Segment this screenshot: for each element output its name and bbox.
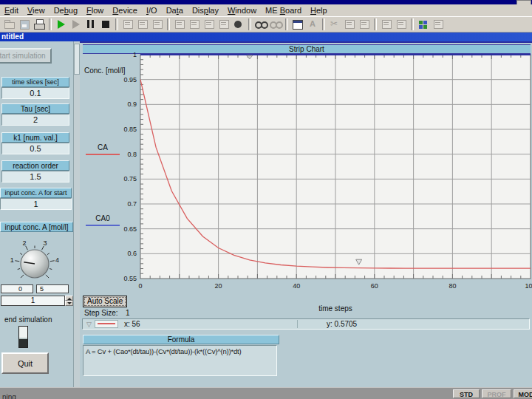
options-icon[interactable]	[432, 18, 445, 30]
cursor-x-readout: x: 56	[124, 320, 140, 328]
cursor-bar-divider	[297, 320, 298, 328]
menu-help[interactable]: Help	[306, 4, 332, 16]
replace-icon[interactable]	[395, 18, 408, 30]
param-label: time slices [sec]	[1, 77, 69, 87]
panel-scrollbar[interactable]	[74, 41, 80, 387]
menu-flow[interactable]: Flow	[82, 4, 108, 16]
x-axis-title: time steps	[140, 304, 531, 313]
end-simulation-toggle[interactable]	[18, 326, 28, 348]
knob-max-field[interactable]: 5	[36, 284, 69, 293]
document-titlebar[interactable]: ntitled	[0, 33, 532, 41]
svg-text:0.6: 0.6	[127, 250, 137, 257]
copy-icon[interactable]	[343, 18, 356, 30]
menu-me-board[interactable]: ME Board	[261, 4, 306, 16]
param-label: Tau [sec]	[1, 103, 69, 114]
toolbar	[0, 16, 532, 33]
module-icon-2[interactable]	[136, 18, 149, 30]
knob-spinner[interactable]	[65, 296, 73, 306]
module-icon-3[interactable]	[151, 18, 164, 30]
auto-scale-button[interactable]: Auto Scale	[83, 296, 127, 307]
menu-i-o[interactable]: I/O	[142, 4, 162, 16]
svg-text:60: 60	[371, 282, 378, 290]
param-group-3: reaction order1.5	[1, 160, 69, 183]
param-label: reaction order	[1, 160, 69, 171]
toolbar-separator	[374, 18, 377, 30]
step-size-value: 1	[126, 309, 130, 317]
find-icon[interactable]	[254, 18, 267, 30]
toolbar-separator	[285, 18, 288, 30]
menu-edit[interactable]: Edit	[0, 4, 23, 16]
svg-text:1: 1	[133, 51, 137, 58]
spin-up-icon[interactable]	[65, 296, 73, 301]
menu-debug[interactable]: Debug	[50, 4, 82, 16]
knob-value-field[interactable]: 1	[1, 296, 65, 306]
toolbar-separator	[248, 18, 251, 30]
start-experiment-icon[interactable]	[55, 18, 68, 30]
menu-window[interactable]: Window	[223, 4, 261, 16]
display-icon[interactable]	[232, 18, 245, 30]
param-value-field[interactable]: 1.5	[1, 171, 69, 183]
layout-icon-3[interactable]	[202, 18, 216, 30]
cut-icon[interactable]	[328, 18, 341, 30]
duplicate-icon[interactable]	[380, 18, 393, 30]
control-panel: start simulation input conc. A [mol/l] 1…	[0, 41, 74, 387]
svg-text:0.65: 0.65	[123, 225, 137, 233]
status-message: ning	[2, 393, 16, 399]
scrollbar-thumb[interactable]	[74, 44, 80, 75]
param-label: k1 [num. val.]	[1, 132, 69, 143]
end-simulation-label: end simulation	[4, 316, 52, 324]
spin-down-icon[interactable]	[65, 301, 73, 306]
param-group-4: input conc. A for start1	[0, 188, 72, 210]
menu-data[interactable]: Data	[162, 4, 188, 16]
param-value-field[interactable]: 0.1	[1, 87, 69, 99]
status-cell-std[interactable]: STD	[453, 389, 480, 398]
svg-text:0.75: 0.75	[123, 175, 137, 183]
open-icon[interactable]	[3, 18, 16, 30]
menu-display[interactable]: Display	[188, 4, 223, 16]
svg-text:3: 3	[44, 239, 47, 247]
font-icon[interactable]	[306, 18, 319, 30]
menu-device[interactable]: Device	[108, 4, 142, 16]
cursor-readout-bar[interactable]: ▽ x: 56 y: 0.5705	[82, 318, 530, 330]
menu-view[interactable]: View	[23, 4, 50, 16]
strip-chart-plot[interactable]: 10.950.90.850.80.750.70.650.60.550204060…	[80, 41, 532, 296]
svg-text:80: 80	[449, 282, 456, 290]
svg-text:2: 2	[22, 239, 26, 247]
svg-text:0.9: 0.9	[127, 100, 137, 108]
layout-icon-4[interactable]	[217, 18, 231, 30]
input-conc-knob[interactable]: 1234	[0, 237, 73, 284]
layout-icon-1[interactable]	[173, 18, 186, 30]
knob-min-field[interactable]: 0	[1, 284, 33, 293]
svg-text:40: 40	[293, 282, 300, 290]
svg-text:100: 100	[525, 282, 532, 290]
stop-icon[interactable]	[99, 18, 112, 30]
svg-text:0.85: 0.85	[123, 126, 137, 133]
status-cell-mod[interactable]: MOD	[514, 389, 532, 398]
status-cell-prof[interactable]: PROF	[482, 389, 511, 398]
svg-text:4: 4	[55, 256, 59, 264]
toolbar-separator	[322, 18, 325, 30]
param-value-field[interactable]: 0.5	[1, 143, 69, 154]
properties-icon[interactable]	[291, 18, 304, 30]
module-icon-1[interactable]	[121, 18, 134, 30]
save-icon[interactable]	[18, 18, 31, 30]
step-icon[interactable]	[69, 18, 83, 30]
param-value-field[interactable]: 2	[1, 114, 69, 126]
formula-header[interactable]: Formula	[83, 335, 279, 344]
knob-group-label: input conc. A [mol/l]	[0, 222, 73, 232]
toolbar-separator	[411, 18, 414, 30]
layout-icon-2[interactable]	[188, 18, 201, 30]
start-simulation-button[interactable]: start simulation	[0, 48, 52, 64]
find-next-icon[interactable]	[269, 18, 282, 30]
pause-icon[interactable]	[84, 18, 98, 30]
toolbar-separator	[167, 18, 170, 30]
paste-icon[interactable]	[358, 18, 371, 30]
param-group-0: time slices [sec]0.1	[1, 77, 69, 99]
worksheet-icon[interactable]	[417, 18, 430, 30]
svg-text:0.55: 0.55	[123, 275, 137, 282]
svg-text:20: 20	[215, 282, 222, 290]
print-icon[interactable]	[33, 18, 46, 30]
formula-text: A = Cv + (Cao*(dt/tau))-(Cv*(dt/tau))-(k…	[83, 345, 277, 376]
quit-button[interactable]: Quit	[1, 352, 49, 374]
param-value-field[interactable]: 1	[0, 198, 72, 210]
